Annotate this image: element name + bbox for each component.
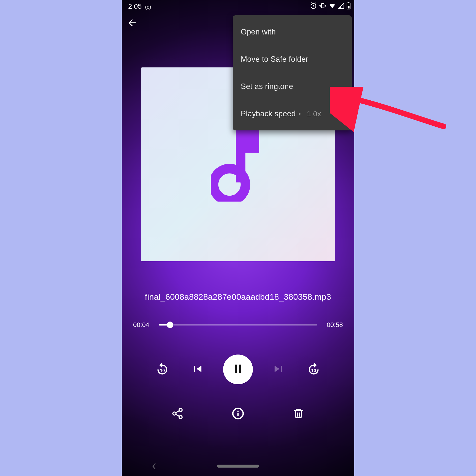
music-note-icon [211, 127, 265, 202]
menu-playback-speed[interactable]: Playback speed 1.0x [233, 100, 352, 127]
status-recording: (o) [145, 4, 151, 10]
status-time: 2:05 [128, 2, 142, 10]
menu-item-label: Set as ringtone [241, 82, 293, 91]
delete-button[interactable] [291, 406, 306, 422]
back-button[interactable] [125, 16, 139, 30]
stage: { "status_bar": { "time": "2:05", "recor… [0, 0, 476, 476]
arrow-back-icon [127, 17, 138, 29]
action-row [122, 397, 354, 431]
menu-move-to-safe-folder[interactable]: Move to Safe folder [233, 46, 352, 73]
play-pause-button[interactable] [223, 355, 253, 384]
svg-point-7 [213, 169, 245, 201]
skip-next-icon [272, 362, 285, 376]
transport-controls: 10 10 [122, 347, 354, 392]
replay-10-icon: 10 [155, 361, 170, 377]
gesture-pill[interactable] [217, 465, 259, 468]
skip-next-button[interactable] [270, 361, 288, 378]
svg-rect-1 [322, 3, 324, 8]
seek-thumb[interactable] [167, 322, 173, 328]
trash-icon [292, 407, 305, 421]
phone-screen: 2:05 (o) [122, 0, 354, 476]
replay-10-button[interactable]: 10 [154, 361, 171, 378]
svg-point-12 [179, 408, 182, 412]
info-icon [232, 407, 244, 421]
share-button[interactable] [170, 406, 185, 422]
menu-set-as-ringtone[interactable]: Set as ringtone [233, 73, 352, 100]
forward-10-button[interactable]: 10 [305, 361, 322, 378]
svg-text:10: 10 [160, 368, 165, 373]
battery-icon [346, 2, 351, 9]
time-elapsed: 00:04 [133, 321, 154, 329]
menu-item-label: Move to Safe folder [241, 55, 308, 64]
cell-signal-icon [338, 2, 344, 9]
status-right [310, 2, 351, 9]
menu-item-label: Open with [241, 28, 276, 36]
time-total: 00:58 [322, 321, 343, 329]
pause-icon [232, 362, 244, 376]
separator-dot [299, 113, 300, 115]
seek-bar[interactable] [159, 324, 317, 326]
system-nav-bar [122, 456, 354, 476]
track-filename: final_6008a8828a287e00aaadbd18_380358.mp… [122, 292, 354, 302]
vibrate-icon [319, 2, 327, 9]
playback-speed-value: 1.0x [307, 110, 321, 118]
svg-point-17 [237, 411, 238, 412]
svg-point-13 [173, 412, 176, 415]
svg-rect-9 [235, 365, 237, 373]
status-bar: 2:05 (o) [122, 0, 354, 13]
forward-10-icon: 10 [306, 361, 321, 377]
alarm-icon [310, 2, 317, 9]
svg-text:10: 10 [311, 368, 316, 373]
svg-rect-10 [239, 365, 241, 373]
svg-point-14 [179, 416, 182, 419]
svg-rect-4 [348, 6, 350, 8]
system-back-button[interactable] [151, 463, 159, 470]
menu-item-label: Playback speed [241, 109, 296, 118]
overflow-menu: Open with Move to Safe folder Set as rin… [233, 15, 352, 130]
info-button[interactable] [230, 406, 246, 422]
progress-row: 00:04 00:58 [133, 317, 343, 332]
share-icon [171, 407, 184, 421]
svg-rect-3 [348, 2, 349, 3]
menu-open-with[interactable]: Open with [233, 18, 352, 46]
skip-previous-button[interactable] [188, 361, 206, 378]
wifi-icon [328, 2, 336, 9]
skip-previous-icon [191, 362, 204, 376]
